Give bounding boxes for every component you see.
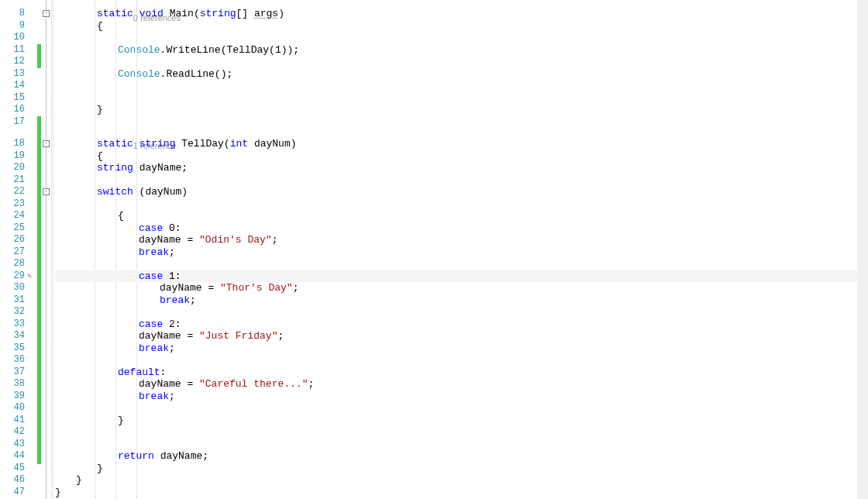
code-line[interactable]	[55, 92, 868, 105]
code-line[interactable]	[55, 116, 868, 129]
code-line[interactable]: break;	[55, 342, 868, 355]
code-line[interactable]: }	[55, 463, 868, 475]
line-number: 41	[0, 415, 25, 427]
marker-column[interactable]: ✎	[29, 0, 37, 499]
code-editor[interactable]: 8910111213141516171819202122232425262728…	[0, 0, 868, 499]
code-line[interactable]: break;	[55, 294, 868, 307]
code-line[interactable]	[55, 354, 868, 367]
code-line[interactable]	[55, 439, 868, 451]
line-number: 16	[0, 104, 25, 116]
line-number-gutter: 8910111213141516171819202122232425262728…	[0, 0, 29, 499]
line-number: 10	[0, 32, 25, 44]
line-number: 9	[0, 20, 25, 33]
code-line[interactable]: switch (dayNum)	[55, 186, 868, 198]
line-number: 29	[0, 270, 25, 283]
line-number: 8	[0, 8, 25, 20]
line-number: 26	[0, 234, 25, 246]
code-line[interactable]: {	[55, 20, 868, 33]
line-number: 36	[0, 354, 25, 367]
collapse-toggle[interactable]: -	[43, 140, 50, 147]
line-number: 27	[0, 246, 25, 259]
code-line[interactable]: Console.WriteLine(TellDay(1));	[55, 44, 868, 57]
code-line[interactable]: break;	[55, 246, 868, 259]
line-number: 32	[0, 306, 25, 318]
line-number: 23	[0, 198, 25, 211]
line-number: 43	[0, 439, 25, 451]
code-line[interactable]: break;	[55, 391, 868, 403]
code-line[interactable]: case 0:	[55, 222, 868, 235]
line-number: 46	[0, 474, 25, 487]
code-line[interactable]: }	[55, 487, 868, 499]
code-line[interactable]	[55, 80, 868, 92]
line-number: 33	[0, 318, 25, 331]
line-number: 24	[0, 210, 25, 222]
line-number: 40	[0, 402, 25, 415]
line-number: 14	[0, 80, 25, 92]
line-number: 30	[0, 282, 25, 294]
code-line[interactable]: dayName = "Careful there...";	[55, 378, 868, 391]
code-line[interactable]	[55, 306, 868, 318]
line-number: 13	[0, 68, 25, 81]
code-line[interactable]: string dayName;	[55, 162, 868, 174]
code-line[interactable]	[55, 56, 868, 68]
code-line[interactable]	[55, 32, 868, 44]
line-number: 21	[0, 174, 25, 187]
code-line[interactable]	[55, 402, 868, 415]
code-line[interactable]: dayName = "Just Friday";	[55, 330, 868, 342]
line-number: 44	[0, 450, 25, 463]
line-number: 37	[0, 367, 25, 379]
code-area[interactable]: 0 references static void Main(string[] a…	[52, 0, 868, 499]
code-line[interactable]	[55, 258, 868, 270]
line-number: 42	[0, 426, 25, 439]
code-line[interactable]	[55, 426, 868, 439]
code-line[interactable]: return dayName;	[55, 450, 868, 463]
line-number: 15	[0, 92, 25, 105]
code-line[interactable]: Console.ReadLine();	[55, 68, 868, 81]
line-number: 38	[0, 378, 25, 391]
line-number: 18	[0, 138, 25, 150]
code-line[interactable]: static string TellDay(int dayNum)	[55, 138, 868, 150]
code-line[interactable]: {	[55, 150, 868, 163]
code-line[interactable]: case 2:	[55, 318, 868, 331]
line-number: 28	[0, 258, 25, 270]
line-number: 12	[0, 56, 25, 68]
code-line[interactable]: }	[55, 474, 868, 487]
code-line[interactable]: dayName = "Thor's Day";	[55, 282, 868, 294]
code-line[interactable]	[55, 174, 868, 187]
code-line[interactable]: }	[55, 415, 868, 427]
vertical-scrollbar[interactable]	[857, 0, 868, 499]
line-number: 25	[0, 222, 25, 235]
outlining-column[interactable]: ---	[41, 0, 52, 499]
line-number: 31	[0, 294, 25, 307]
code-line[interactable]: default:	[55, 367, 868, 379]
code-line-current[interactable]: case 1:	[55, 270, 868, 283]
code-line[interactable]	[55, 198, 868, 211]
code-line[interactable]: }	[55, 104, 868, 116]
collapse-toggle[interactable]: -	[43, 188, 50, 195]
collapse-toggle[interactable]: -	[43, 10, 50, 17]
line-number: 11	[0, 44, 25, 57]
line-number: 35	[0, 342, 25, 355]
line-number: 45	[0, 463, 25, 475]
code-line[interactable]: dayName = "Odin's Day";	[55, 234, 868, 246]
line-number: 19	[0, 150, 25, 163]
code-line[interactable]: static void Main(string[] args)	[55, 8, 868, 20]
line-number: 39	[0, 391, 25, 403]
line-number: 17	[0, 116, 25, 129]
line-number: 47	[0, 487, 25, 499]
line-number: 22	[0, 186, 25, 198]
line-number: 20	[0, 162, 25, 174]
line-number: 34	[0, 330, 25, 342]
code-line[interactable]: {	[55, 210, 868, 222]
edit-marker-icon: ✎	[27, 270, 32, 283]
